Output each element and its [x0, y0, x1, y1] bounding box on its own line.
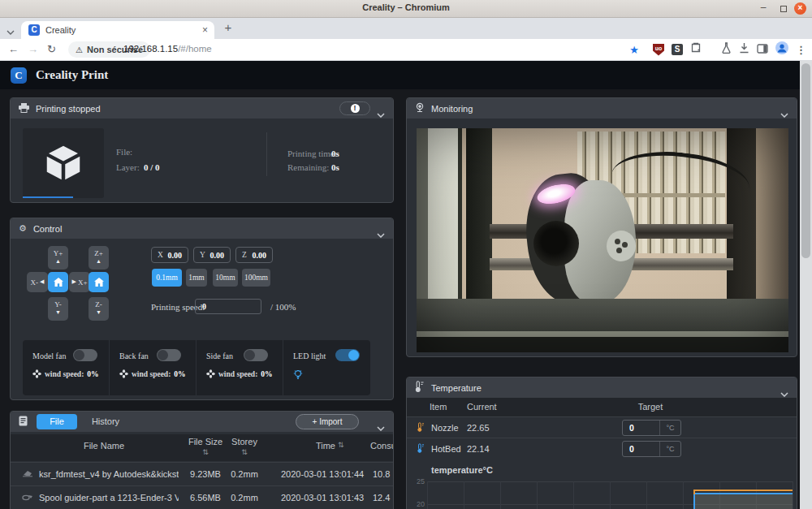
- col-time[interactable]: Time: [291, 441, 335, 451]
- app-header: C Creality Print: [0, 61, 812, 89]
- alert-pill-button[interactable]: !: [339, 101, 370, 115]
- nozzle-target-input[interactable]: [623, 421, 659, 435]
- extension-s-icon[interactable]: S: [672, 44, 683, 55]
- file-thumbnail-icon: [22, 492, 33, 503]
- tab-close-icon[interactable]: ×: [202, 24, 208, 36]
- nozzle-row: Nozzle 22.65 °C: [407, 416, 797, 438]
- tab-file[interactable]: File: [37, 414, 77, 429]
- home-icon: [94, 278, 104, 287]
- close-button[interactable]: ×: [794, 2, 806, 15]
- jog-x-minus-button[interactable]: X- ◀: [27, 272, 48, 292]
- tab-title: Creality: [45, 25, 76, 35]
- step-100mm-button[interactable]: 100mm: [242, 269, 270, 287]
- cube-icon: [41, 141, 85, 185]
- up-triangle-icon: ▲: [89, 259, 109, 265]
- document-icon: [19, 415, 28, 429]
- back-fan-toggle[interactable]: [157, 349, 181, 361]
- status-divider: [266, 132, 267, 176]
- back-icon[interactable]: ←: [8, 43, 19, 55]
- home-z-button[interactable]: [89, 272, 109, 292]
- hotbed-target-field: °C: [622, 441, 681, 457]
- scrollbar-thumb[interactable]: [801, 63, 810, 258]
- hotbed-target-input[interactable]: [623, 442, 659, 456]
- led-light-cell: LED light: [283, 340, 370, 395]
- nozzle-label: Nozzle: [431, 423, 459, 433]
- layer-label: Layer:: [116, 162, 140, 172]
- collapse-chevron-icon[interactable]: [377, 106, 385, 121]
- remaining-label: Remaining:: [287, 162, 329, 172]
- browser-tab[interactable]: C Creality ×: [21, 21, 214, 39]
- collapse-chevron-icon[interactable]: [780, 106, 788, 121]
- col-consume[interactable]: Consume: [370, 441, 394, 451]
- gridline: [537, 481, 538, 509]
- sort-icon[interactable]: ⇅: [224, 448, 265, 456]
- jog-y-plus-button[interactable]: Y+ ▲: [48, 246, 68, 270]
- temperature-table-header: Item Current Target: [407, 398, 797, 416]
- tab-history[interactable]: History: [85, 414, 126, 429]
- sort-icon[interactable]: ⇅: [338, 441, 344, 449]
- file-row[interactable]: Spool guider-part a 1213-Ender-3 V3_0.4_…: [11, 485, 393, 509]
- led-light-toggle[interactable]: [335, 349, 360, 361]
- profile-avatar[interactable]: [775, 41, 788, 58]
- screen: Creality – Chromium – × C Creality × + ←…: [0, 0, 812, 509]
- files-header: File History + Import: [11, 412, 393, 432]
- sort-icon[interactable]: ⇅: [185, 448, 226, 456]
- axis-z-readout: Z 0.00: [235, 247, 273, 263]
- gridline: [500, 481, 501, 509]
- extensions-puzzle-icon[interactable]: [690, 42, 702, 57]
- axis-y-readout: Y 0.00: [193, 247, 231, 263]
- collapse-chevron-icon[interactable]: [377, 226, 385, 241]
- reload-icon[interactable]: ↻: [47, 43, 56, 55]
- jog-z-plus-button[interactable]: Z+ ▲: [89, 246, 109, 270]
- side-fan-toggle[interactable]: [244, 349, 268, 361]
- print-status-panel: Printing stopped ! File: Layer: 0 / 0 Pr: [10, 97, 394, 203]
- nozzle-target-field: °C: [622, 420, 681, 436]
- side-panel-icon[interactable]: [757, 42, 768, 57]
- fan-icon: [119, 369, 128, 378]
- new-tab-button[interactable]: +: [221, 20, 235, 34]
- monitoring-header: Monitoring: [407, 98, 797, 119]
- col-file-size[interactable]: File Size: [185, 437, 226, 446]
- adblock-extension-icon[interactable]: uo: [653, 44, 664, 56]
- col-storey[interactable]: Storey: [224, 437, 265, 446]
- file-name: Spool guider-part a 1213-Ender-3 V3_0.4_…: [39, 493, 179, 503]
- jog-x-plus-button[interactable]: ▶ X+: [69, 272, 90, 292]
- app-title: Creality Print: [36, 68, 108, 82]
- print-status-header: Printing stopped !: [11, 98, 393, 119]
- minimize-button[interactable]: –: [757, 2, 770, 15]
- step-10mm-button[interactable]: 10mm: [213, 269, 238, 287]
- nozzle-current: 22.65: [467, 423, 490, 433]
- browser-toolbar: ← → ↻ ⚠ Non sécurisé 192.168.1.15/#/home…: [0, 39, 812, 61]
- maximize-button[interactable]: [780, 6, 787, 12]
- step-0.1mm-button[interactable]: 0.1mm: [152, 269, 182, 287]
- jog-y-minus-button[interactable]: Y- ▼: [48, 297, 68, 321]
- celsius-unit: °C: [659, 442, 680, 456]
- flask-icon[interactable]: [721, 42, 732, 57]
- home-xy-button[interactable]: [48, 272, 68, 292]
- series-area-fill: [693, 493, 793, 509]
- download-icon[interactable]: [739, 42, 749, 57]
- thermometer-icon: [417, 421, 425, 434]
- step-1mm-button[interactable]: 1mm: [186, 269, 207, 287]
- tab-search-chevron-icon[interactable]: [6, 24, 15, 38]
- col-target: Target: [537, 402, 764, 412]
- file-row[interactable]: ksr_fdmtest_v4 by Autodesk&kickstart-End…: [11, 462, 393, 485]
- col-file-name[interactable]: File Name: [39, 441, 169, 451]
- browser-menu-icon[interactable]: ⋮: [796, 44, 806, 56]
- page-scrollbar[interactable]: [800, 61, 812, 509]
- camera-vignette: [417, 128, 788, 352]
- model-fan-toggle[interactable]: [73, 349, 97, 361]
- layer-value: 0 / 0: [144, 162, 160, 172]
- printing-speed-input[interactable]: [195, 299, 261, 314]
- import-button[interactable]: + Import: [296, 414, 359, 429]
- up-triangle-icon: ▲: [48, 259, 68, 265]
- down-triangle-icon: ▼: [89, 310, 109, 316]
- forward-icon: →: [28, 43, 38, 55]
- y-tick-20: 20: [412, 500, 425, 508]
- remaining-value: 0s: [331, 162, 339, 172]
- bookmark-star-icon[interactable]: ★: [629, 44, 639, 56]
- address-url[interactable]: 192.168.1.15/#/home: [123, 44, 212, 54]
- collapse-chevron-icon[interactable]: [377, 420, 385, 434]
- alert-icon: !: [351, 104, 360, 113]
- jog-z-minus-button[interactable]: Z- ▼: [89, 297, 109, 321]
